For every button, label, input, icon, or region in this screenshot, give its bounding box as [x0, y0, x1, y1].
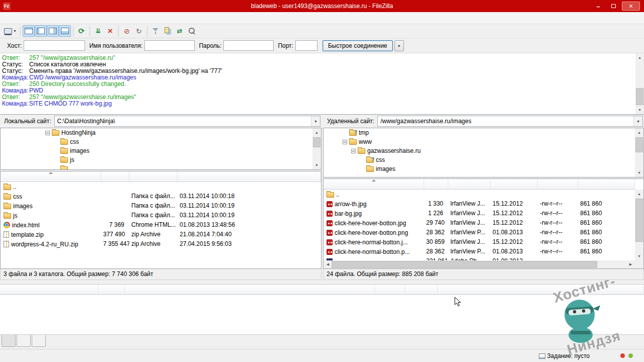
queue-tab[interactable] [17, 335, 31, 347]
queue-tab[interactable] [32, 335, 46, 347]
scrollbar-thumb[interactable] [332, 261, 597, 268]
local-tree-scrollbar[interactable] [312, 128, 321, 169]
menu-item[interactable] [41, 17, 49, 20]
scroll-up-icon[interactable] [635, 53, 644, 62]
column-header[interactable] [178, 171, 321, 182]
site-manager-icon[interactable] [2, 25, 18, 37]
reconnect-icon[interactable] [133, 25, 145, 37]
tree-item[interactable]: images [1, 146, 321, 155]
tree-item[interactable]: HostingNinja [1, 128, 321, 137]
combo-dropdown-icon[interactable] [311, 116, 320, 126]
remote-site-combobox[interactable]: /www/gazwassershaise.ru/images [377, 116, 643, 127]
column-header[interactable] [101, 171, 129, 182]
local-site-combobox[interactable]: C:\Data\HostingNinja\ [54, 116, 321, 127]
username-input[interactable] [144, 40, 195, 51]
file-row[interactable]: template.zip377 490zip Archive21.08.2014… [1, 230, 321, 239]
column-header[interactable] [125, 285, 375, 295]
filter-icon[interactable] [149, 25, 162, 37]
column-header[interactable] [405, 285, 438, 295]
file-row[interactable]: jsПапка с файл...03.11.2014 10:00:19 [1, 211, 321, 220]
tree-item[interactable]: js [1, 155, 321, 164]
column-header[interactable] [578, 179, 635, 189]
find-icon[interactable] [186, 25, 198, 37]
quickconnect-dropdown-button[interactable] [394, 40, 404, 51]
password-input[interactable] [223, 40, 274, 51]
column-header[interactable] [448, 179, 491, 189]
file-row[interactable]: wordpress-4.2-ru_RU.zip7 355 447zip Arch… [1, 239, 321, 249]
menu-item[interactable] [17, 17, 25, 20]
combo-dropdown-icon[interactable] [633, 116, 642, 126]
column-header[interactable] [0, 285, 98, 295]
toggle-remote-tree-icon[interactable] [47, 25, 59, 37]
file-row[interactable]: imagesПапка с файл...03.11.2014 10:00:19 [1, 201, 321, 211]
tree-item[interactable]: css [324, 155, 643, 164]
refresh-icon[interactable] [75, 25, 88, 37]
remote-list-hscrollbar[interactable] [324, 260, 635, 268]
toggle-local-tree-icon[interactable] [35, 25, 47, 37]
column-header[interactable] [375, 285, 405, 295]
minimize-button[interactable] [591, 1, 606, 12]
tree-item[interactable] [1, 164, 321, 170]
menu-item[interactable] [33, 17, 41, 20]
tree-item[interactable]: css [1, 137, 321, 146]
tree-item[interactable]: www [324, 137, 643, 146]
file-row[interactable]: cssПапка с файл...03.11.2014 10:00:18 [1, 192, 321, 201]
file-row[interactable]: click-here-normal-botton.p...28 362Irfan… [324, 247, 635, 256]
menu-item[interactable] [49, 17, 57, 20]
scroll-down-icon[interactable] [635, 106, 644, 114]
file-row[interactable]: click-here-hover-botton.png28 362IrfanVi… [324, 228, 635, 237]
compare-icon[interactable] [162, 25, 174, 37]
menu-item[interactable] [9, 17, 17, 20]
tree-expander-icon[interactable] [343, 140, 347, 144]
scroll-left-icon[interactable] [324, 260, 332, 268]
toggle-message-log-icon[interactable] [23, 25, 35, 37]
toggle-queue-icon[interactable] [59, 25, 71, 37]
close-button[interactable] [622, 2, 640, 11]
scrollbar-thumb[interactable] [635, 137, 643, 152]
process-queue-icon[interactable] [92, 25, 104, 37]
scroll-down-icon[interactable] [635, 252, 643, 260]
tree-item[interactable]: gazwassershaise.ru [324, 146, 643, 155]
sync-browsing-icon[interactable] [174, 25, 186, 37]
remote-tree-scrollbar[interactable] [635, 128, 643, 177]
menu-item[interactable] [1, 17, 9, 20]
tree-item[interactable]: images [324, 164, 643, 173]
file-row[interactable]: click-here-hover-botton.jpg29 740IrfanVi… [324, 218, 635, 228]
column-header[interactable] [129, 171, 178, 182]
scroll-up-icon[interactable] [635, 128, 643, 137]
file-row[interactable]: .. [1, 182, 321, 192]
column-header[interactable] [98, 285, 125, 295]
scrollbar-thumb[interactable] [636, 88, 643, 105]
host-input[interactable] [24, 40, 85, 51]
tree-expander-icon[interactable] [351, 149, 356, 153]
column-header[interactable] [1, 171, 101, 182]
column-header[interactable] [491, 179, 538, 189]
file-row[interactable]: click-here-normal-botton.j...30 859Irfan… [324, 237, 635, 247]
remote-list-vscrollbar[interactable] [635, 190, 643, 260]
scroll-down-icon[interactable] [635, 168, 643, 177]
column-header[interactable] [538, 179, 578, 189]
scroll-up-icon[interactable] [312, 128, 321, 137]
column-header[interactable] [324, 179, 424, 189]
column-header[interactable] [438, 285, 644, 295]
scroll-down-icon[interactable] [312, 161, 321, 169]
scroll-up-icon[interactable] [635, 190, 643, 198]
menu-item[interactable] [25, 17, 33, 20]
scroll-right-icon[interactable] [626, 260, 635, 268]
maximize-button[interactable] [606, 1, 621, 12]
file-row[interactable]: arrow-th.jpg1 330IrfanView J...15.12.201… [324, 199, 635, 209]
file-row[interactable]: bar-bg.jpg1 226IrfanView J...15.12.2012-… [324, 209, 635, 218]
quickconnect-button[interactable]: Быстрое соединение [323, 40, 393, 51]
tree-expander-icon[interactable] [45, 131, 50, 135]
queue-tab[interactable] [2, 335, 16, 347]
log-scrollbar[interactable] [635, 53, 644, 114]
file-row[interactable]: index.html7 369Chrome HTML...01.08.2013 … [1, 220, 321, 230]
disconnect-icon[interactable] [121, 25, 133, 37]
column-header[interactable] [424, 179, 448, 189]
scrollbar-thumb[interactable] [635, 199, 643, 242]
scrollbar-thumb[interactable] [313, 137, 320, 147]
cancel-icon[interactable] [104, 25, 116, 37]
tree-item[interactable]: tmp [324, 128, 643, 137]
port-input[interactable] [295, 40, 317, 51]
file-row[interactable]: .. [324, 190, 635, 199]
